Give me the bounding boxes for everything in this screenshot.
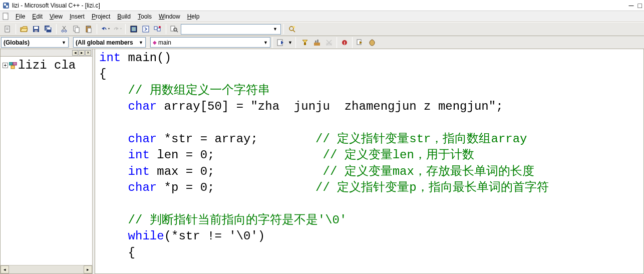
open-button[interactable] <box>19 24 30 35</box>
svg-marker-10 <box>21 29 28 32</box>
svg-rect-49 <box>9 62 13 65</box>
svg-point-31 <box>159 26 161 28</box>
svg-point-20 <box>65 30 67 32</box>
function-combo-value: main <box>158 39 171 46</box>
window-title: lizi - Microsoft Visual C++ - [lizi.c] <box>12 2 100 9</box>
svg-rect-24 <box>87 26 90 27</box>
stop-build-button[interactable] <box>324 37 335 48</box>
save-all-button[interactable] <box>43 24 54 35</box>
output-button[interactable] <box>140 24 151 35</box>
save-button[interactable] <box>31 24 42 35</box>
svg-line-34 <box>176 31 178 32</box>
svg-rect-50 <box>13 62 17 65</box>
svg-rect-1 <box>4 4 6 6</box>
find-combo[interactable]: ▼ <box>181 24 281 35</box>
function-icon: ◆ <box>153 40 157 45</box>
members-toolbar: (Globals) ▼ (All global members ▼ ◆ main… <box>0 36 644 49</box>
copy-button[interactable] <box>71 24 82 35</box>
svg-rect-51 <box>11 66 15 69</box>
svg-rect-27 <box>132 27 136 31</box>
workspace-button[interactable] <box>128 24 139 35</box>
svg-rect-42 <box>317 40 318 43</box>
scroll-track[interactable] <box>9 265 84 273</box>
find-in-files-button[interactable] <box>169 24 180 35</box>
menu-file[interactable]: File <box>12 12 29 21</box>
scope-combo[interactable]: (Globals) ▼ <box>1 37 69 48</box>
classes-icon <box>9 62 17 69</box>
paste-button[interactable] <box>83 24 94 35</box>
build-button[interactable] <box>311 37 323 48</box>
tree-expand-icon[interactable]: + <box>3 63 8 68</box>
compile-button[interactable] <box>299 37 310 48</box>
svg-rect-28 <box>143 26 149 32</box>
code-editor[interactable]: int main() { // 用数组定义一个字符串 char array[50… <box>95 49 644 274</box>
cut-button[interactable] <box>59 24 70 35</box>
tree-root-item[interactable]: + lizi cla <box>3 59 90 72</box>
svg-rect-12 <box>34 27 38 29</box>
svg-rect-41 <box>315 41 316 43</box>
menu-bar: File Edit View Insert Project Build Tool… <box>0 11 644 22</box>
svg-rect-6 <box>6 28 9 28</box>
svg-rect-25 <box>88 28 91 33</box>
svg-rect-30 <box>157 28 160 31</box>
svg-rect-16 <box>47 28 51 30</box>
panel-hscroll[interactable]: ◂ ▸ <box>1 265 92 273</box>
execute-button[interactable]: ! <box>339 37 350 48</box>
svg-rect-22 <box>75 28 79 33</box>
svg-rect-13 <box>35 30 38 32</box>
title-bar: lizi - Microsoft Visual C++ - [lizi.c] ─… <box>0 0 644 11</box>
workspace-panel: ◂ ▸ × + lizi cla ◂ ▸ <box>0 49 93 274</box>
svg-line-36 <box>293 30 295 32</box>
document-icon[interactable] <box>2 13 10 21</box>
svg-rect-39 <box>304 43 306 45</box>
svg-rect-29 <box>154 27 157 30</box>
main-toolbar: ▼ <box>0 22 644 36</box>
undo-button[interactable] <box>100 24 111 35</box>
maximize-button[interactable]: □ <box>638 2 642 10</box>
members-combo[interactable]: (All global members ▼ <box>73 37 146 48</box>
menu-help[interactable]: Help <box>184 12 203 21</box>
scope-combo-value: (Globals) <box>4 39 30 46</box>
menu-edit[interactable]: Edit <box>29 12 46 21</box>
svg-point-35 <box>289 27 293 31</box>
menu-view[interactable]: View <box>46 12 66 21</box>
function-combo[interactable]: ◆ main ▼ <box>150 37 270 48</box>
go-button[interactable] <box>355 37 366 48</box>
class-tree[interactable]: + lizi cla <box>1 57 92 265</box>
new-text-file-button[interactable] <box>2 24 13 35</box>
search-button[interactable] <box>286 24 297 35</box>
scroll-left-button[interactable]: ◂ <box>1 265 9 273</box>
members-combo-value: (All global members <box>76 39 133 46</box>
svg-text:!: ! <box>344 41 345 46</box>
main-area: ◂ ▸ × + lizi cla ◂ ▸ int main() { // 用数组… <box>0 49 644 274</box>
menu-project[interactable]: Project <box>88 12 114 21</box>
menu-insert[interactable]: Insert <box>66 12 88 21</box>
svg-point-19 <box>62 30 64 32</box>
svg-rect-7 <box>6 29 9 29</box>
svg-point-37 <box>293 26 295 28</box>
app-icon <box>2 2 10 10</box>
window-list-button[interactable] <box>152 24 163 35</box>
menu-build[interactable]: Build <box>114 12 134 21</box>
svg-rect-8 <box>6 30 9 30</box>
tree-root-label: lizi cla <box>18 59 76 72</box>
svg-rect-40 <box>314 43 320 46</box>
panel-next-button[interactable]: ▸ <box>79 50 85 56</box>
goto-button[interactable] <box>275 37 286 48</box>
minimize-button[interactable]: ─ <box>629 2 634 10</box>
scroll-right-button[interactable]: ▸ <box>84 265 92 273</box>
svg-rect-2 <box>6 6 8 8</box>
panel-close-button[interactable]: × <box>85 50 91 56</box>
menu-tools[interactable]: Tools <box>134 12 155 21</box>
menu-window[interactable]: Window <box>155 12 184 21</box>
redo-button[interactable] <box>112 24 123 35</box>
panel-prev-button[interactable]: ◂ <box>72 50 78 56</box>
insert-breakpoint-button[interactable] <box>367 37 378 48</box>
